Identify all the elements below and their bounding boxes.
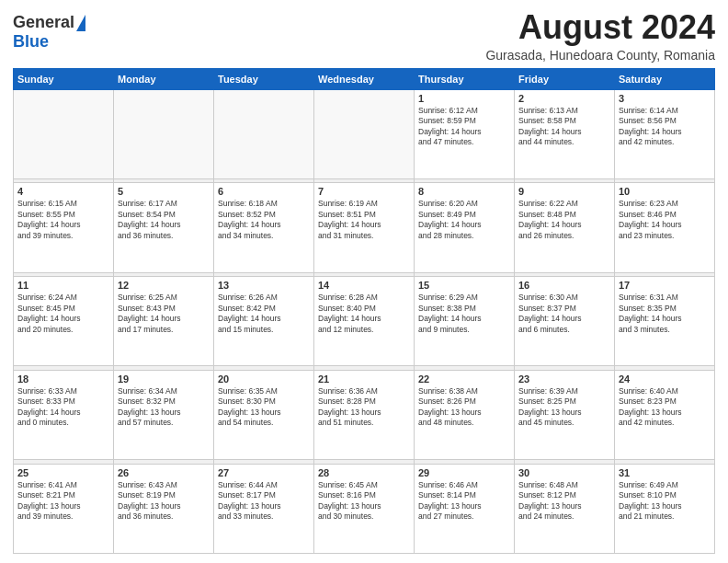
day-info: Sunrise: 6:40 AM Sunset: 8:23 PM Dayligh… xyxy=(619,386,711,429)
col-sunday: Sunday xyxy=(14,68,114,89)
table-row: 24Sunrise: 6:40 AM Sunset: 8:23 PM Dayli… xyxy=(615,370,715,459)
calendar-week-row: 1Sunrise: 6:12 AM Sunset: 8:59 PM Daylig… xyxy=(14,89,715,178)
day-info: Sunrise: 6:46 AM Sunset: 8:14 PM Dayligh… xyxy=(418,480,510,523)
day-number: 21 xyxy=(318,373,410,385)
day-number: 25 xyxy=(17,467,109,478)
day-number: 9 xyxy=(518,186,610,197)
day-info: Sunrise: 6:36 AM Sunset: 8:28 PM Dayligh… xyxy=(318,386,410,429)
col-wednesday: Wednesday xyxy=(314,68,415,89)
logo: General Blue xyxy=(13,13,85,52)
table-row: 27Sunrise: 6:44 AM Sunset: 8:17 PM Dayli… xyxy=(214,464,314,553)
day-info: Sunrise: 6:22 AM Sunset: 8:48 PM Dayligh… xyxy=(518,199,610,241)
day-info: Sunrise: 6:39 AM Sunset: 8:25 PM Dayligh… xyxy=(518,386,610,429)
day-number: 5 xyxy=(118,186,210,197)
day-number: 23 xyxy=(518,373,610,385)
day-info: Sunrise: 6:28 AM Sunset: 8:40 PM Dayligh… xyxy=(318,293,410,335)
day-number: 10 xyxy=(619,186,711,197)
day-info: Sunrise: 6:30 AM Sunset: 8:37 PM Dayligh… xyxy=(518,293,610,335)
table-row: 29Sunrise: 6:46 AM Sunset: 8:14 PM Dayli… xyxy=(415,464,515,553)
day-info: Sunrise: 6:25 AM Sunset: 8:43 PM Dayligh… xyxy=(118,293,210,335)
table-row: 30Sunrise: 6:48 AM Sunset: 8:12 PM Dayli… xyxy=(515,464,615,553)
calendar-table: Sunday Monday Tuesday Wednesday Thursday… xyxy=(13,68,715,554)
table-row: 4Sunrise: 6:15 AM Sunset: 8:55 PM Daylig… xyxy=(14,183,114,272)
table-row xyxy=(214,89,314,178)
day-number: 4 xyxy=(17,186,109,197)
day-number: 2 xyxy=(518,93,610,104)
table-row: 18Sunrise: 6:33 AM Sunset: 8:33 PM Dayli… xyxy=(14,370,114,459)
calendar-week-row: 25Sunrise: 6:41 AM Sunset: 8:21 PM Dayli… xyxy=(14,464,715,553)
table-row: 16Sunrise: 6:30 AM Sunset: 8:37 PM Dayli… xyxy=(515,277,615,366)
table-row: 2Sunrise: 6:13 AM Sunset: 8:58 PM Daylig… xyxy=(515,89,615,178)
day-info: Sunrise: 6:38 AM Sunset: 8:26 PM Dayligh… xyxy=(418,386,510,429)
day-info: Sunrise: 6:35 AM Sunset: 8:30 PM Dayligh… xyxy=(218,386,310,429)
day-number: 24 xyxy=(619,373,711,385)
col-tuesday: Tuesday xyxy=(214,68,314,89)
col-thursday: Thursday xyxy=(415,68,515,89)
table-row: 26Sunrise: 6:43 AM Sunset: 8:19 PM Dayli… xyxy=(114,464,214,553)
col-saturday: Saturday xyxy=(615,68,715,89)
location-subtitle: Gurasada, Hunedoara County, Romania xyxy=(485,48,715,63)
table-row xyxy=(114,89,214,178)
table-row: 6Sunrise: 6:18 AM Sunset: 8:52 PM Daylig… xyxy=(214,183,314,272)
day-info: Sunrise: 6:26 AM Sunset: 8:42 PM Dayligh… xyxy=(218,293,310,335)
table-row: 1Sunrise: 6:12 AM Sunset: 8:59 PM Daylig… xyxy=(415,89,515,178)
day-info: Sunrise: 6:13 AM Sunset: 8:58 PM Dayligh… xyxy=(518,106,610,148)
day-number: 28 xyxy=(318,467,410,478)
table-row: 9Sunrise: 6:22 AM Sunset: 8:48 PM Daylig… xyxy=(515,183,615,272)
table-row: 7Sunrise: 6:19 AM Sunset: 8:51 PM Daylig… xyxy=(314,183,415,272)
day-number: 27 xyxy=(218,467,310,478)
day-info: Sunrise: 6:41 AM Sunset: 8:21 PM Dayligh… xyxy=(17,480,109,523)
table-row: 28Sunrise: 6:45 AM Sunset: 8:16 PM Dayli… xyxy=(314,464,415,553)
calendar-week-row: 18Sunrise: 6:33 AM Sunset: 8:33 PM Dayli… xyxy=(14,370,715,459)
day-number: 29 xyxy=(418,467,510,478)
day-info: Sunrise: 6:24 AM Sunset: 8:45 PM Dayligh… xyxy=(17,293,109,335)
day-number: 7 xyxy=(318,186,410,197)
month-title: August 2024 xyxy=(485,9,715,46)
day-info: Sunrise: 6:45 AM Sunset: 8:16 PM Dayligh… xyxy=(318,480,410,523)
day-info: Sunrise: 6:20 AM Sunset: 8:49 PM Dayligh… xyxy=(418,199,510,241)
title-section: August 2024 Gurasada, Hunedoara County, … xyxy=(485,9,715,63)
day-number: 22 xyxy=(418,373,510,385)
table-row: 10Sunrise: 6:23 AM Sunset: 8:46 PM Dayli… xyxy=(615,183,715,272)
day-info: Sunrise: 6:31 AM Sunset: 8:35 PM Dayligh… xyxy=(619,293,711,335)
table-row: 19Sunrise: 6:34 AM Sunset: 8:32 PM Dayli… xyxy=(114,370,214,459)
day-number: 6 xyxy=(218,186,310,197)
day-info: Sunrise: 6:49 AM Sunset: 8:10 PM Dayligh… xyxy=(619,480,711,523)
table-row: 25Sunrise: 6:41 AM Sunset: 8:21 PM Dayli… xyxy=(14,464,114,553)
table-row: 5Sunrise: 6:17 AM Sunset: 8:54 PM Daylig… xyxy=(114,183,214,272)
col-monday: Monday xyxy=(114,68,214,89)
day-number: 14 xyxy=(318,280,410,291)
table-row: 21Sunrise: 6:36 AM Sunset: 8:28 PM Dayli… xyxy=(314,370,415,459)
table-row: 8Sunrise: 6:20 AM Sunset: 8:49 PM Daylig… xyxy=(415,183,515,272)
page: General Blue August 2024 Gurasada, Huned… xyxy=(0,0,728,563)
table-row: 31Sunrise: 6:49 AM Sunset: 8:10 PM Dayli… xyxy=(615,464,715,553)
calendar-week-row: 11Sunrise: 6:24 AM Sunset: 8:45 PM Dayli… xyxy=(14,277,715,366)
col-friday: Friday xyxy=(515,68,615,89)
day-info: Sunrise: 6:48 AM Sunset: 8:12 PM Dayligh… xyxy=(518,480,610,523)
day-info: Sunrise: 6:43 AM Sunset: 8:19 PM Dayligh… xyxy=(118,480,210,523)
day-number: 20 xyxy=(218,373,310,385)
day-number: 8 xyxy=(418,186,510,197)
table-row xyxy=(314,89,415,178)
table-row: 15Sunrise: 6:29 AM Sunset: 8:38 PM Dayli… xyxy=(415,277,515,366)
day-info: Sunrise: 6:18 AM Sunset: 8:52 PM Dayligh… xyxy=(218,199,310,241)
day-info: Sunrise: 6:19 AM Sunset: 8:51 PM Dayligh… xyxy=(318,199,410,241)
logo-general: General xyxy=(13,13,74,32)
day-info: Sunrise: 6:14 AM Sunset: 8:56 PM Dayligh… xyxy=(619,106,711,148)
day-info: Sunrise: 6:12 AM Sunset: 8:59 PM Dayligh… xyxy=(418,106,510,148)
calendar-header-row: Sunday Monday Tuesday Wednesday Thursday… xyxy=(14,68,715,89)
day-number: 15 xyxy=(418,280,510,291)
table-row: 3Sunrise: 6:14 AM Sunset: 8:56 PM Daylig… xyxy=(615,89,715,178)
day-number: 13 xyxy=(218,280,310,291)
day-info: Sunrise: 6:15 AM Sunset: 8:55 PM Dayligh… xyxy=(17,199,109,241)
day-info: Sunrise: 6:17 AM Sunset: 8:54 PM Dayligh… xyxy=(118,199,210,241)
logo-triangle-icon xyxy=(76,15,85,31)
day-number: 3 xyxy=(619,93,711,104)
day-number: 31 xyxy=(619,467,711,478)
day-info: Sunrise: 6:29 AM Sunset: 8:38 PM Dayligh… xyxy=(418,293,510,335)
table-row: 22Sunrise: 6:38 AM Sunset: 8:26 PM Dayli… xyxy=(415,370,515,459)
logo-blue: Blue xyxy=(13,32,49,52)
day-number: 12 xyxy=(118,280,210,291)
day-number: 17 xyxy=(619,280,711,291)
table-row: 11Sunrise: 6:24 AM Sunset: 8:45 PM Dayli… xyxy=(14,277,114,366)
